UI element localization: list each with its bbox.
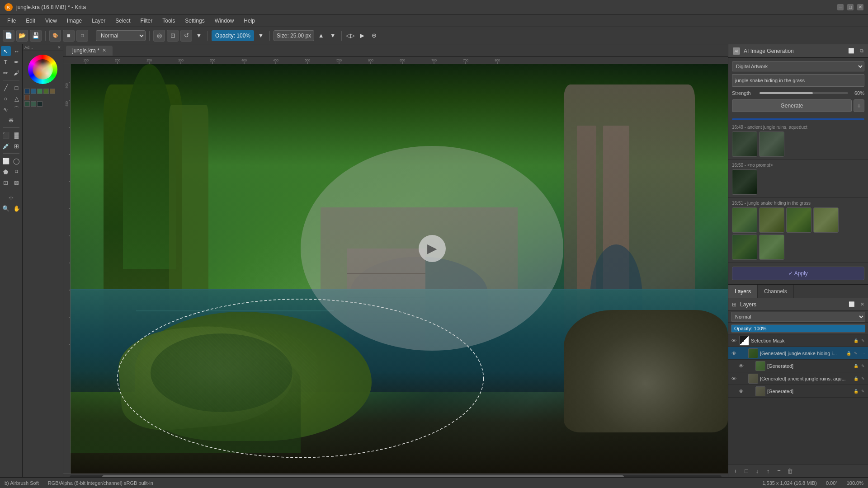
tool-path[interactable]: ⌒ xyxy=(12,104,22,114)
blend-mode-select[interactable]: Normal xyxy=(96,30,146,41)
h-scrollbar-thumb[interactable] xyxy=(102,475,624,478)
ai-add-button[interactable]: + xyxy=(854,99,864,112)
maximize-button[interactable]: □ xyxy=(847,4,854,10)
open-file-button[interactable]: 📂 xyxy=(16,30,28,42)
menu-layer[interactable]: Layer xyxy=(87,16,110,25)
tool-freehand[interactable]: ✏ xyxy=(1,68,11,78)
layer-selection-mask[interactable]: 👁 Selection Mask 🔒 ✎ xyxy=(728,334,868,347)
tool-brush[interactable]: 🖌 xyxy=(12,68,22,78)
layer-vis-generated-sub-1[interactable]: 👁 xyxy=(737,362,745,370)
menu-help[interactable]: Help xyxy=(239,16,259,25)
swatch-green[interactable] xyxy=(37,89,42,94)
tool-freehand-select[interactable]: ⌗ xyxy=(12,167,22,177)
swatch-dark-blue[interactable] xyxy=(24,89,30,94)
menu-file[interactable]: File xyxy=(3,16,20,25)
tool-polygon-select[interactable]: ⬟ xyxy=(1,167,11,177)
preserve-alpha-btn[interactable]: ⊡ xyxy=(167,30,179,42)
layer-edit-ruins[interactable]: ✎ xyxy=(860,375,866,382)
gen-thumb-dark-1[interactable] xyxy=(732,169,757,195)
layer-lock-generated-snake[interactable]: 🔒 xyxy=(845,350,852,357)
layer-lock-sub-2[interactable]: 🔒 xyxy=(853,388,859,394)
tool-zoom[interactable]: 🔍 xyxy=(1,203,11,213)
layer-edit-sub-2[interactable]: ✎ xyxy=(860,388,866,394)
tool-polygon[interactable]: △ xyxy=(12,94,22,103)
tool-text[interactable]: T xyxy=(1,57,11,67)
swatch-dark-teal[interactable] xyxy=(24,101,30,107)
layer-generated-sub-2[interactable]: 👁 [Generated] 🔒 ✎ xyxy=(728,385,868,398)
tool-select[interactable]: ↖ xyxy=(1,46,11,56)
tool-fill[interactable]: ⬛ xyxy=(1,130,11,140)
menu-filter[interactable]: Filter xyxy=(136,16,157,25)
minimize-button[interactable]: ─ xyxy=(837,4,844,10)
canvas-tab-close[interactable]: ✕ xyxy=(102,47,106,53)
swatch-brown[interactable] xyxy=(50,89,55,94)
tool-similar-select[interactable]: ⊠ xyxy=(12,178,22,188)
color-wheel[interactable] xyxy=(28,55,57,84)
swatch-darkest[interactable] xyxy=(37,101,42,107)
tool-transform[interactable]: ↔ xyxy=(12,46,22,56)
layer-merge-button[interactable]: = xyxy=(774,467,783,476)
canvas-image[interactable]: ▶ xyxy=(71,64,728,474)
tool-pan[interactable]: ✋ xyxy=(12,203,22,213)
bg-color-btn[interactable]: □ xyxy=(76,30,88,42)
menu-window[interactable]: Window xyxy=(210,16,239,25)
layer-move-down-button[interactable]: ↓ xyxy=(753,467,762,476)
tool-line[interactable]: ╱ xyxy=(1,83,11,93)
video-overlay[interactable]: ▶ xyxy=(301,146,564,351)
fg-bg-color-btn[interactable]: ■ xyxy=(63,30,75,42)
opacity-control[interactable]: Opacity: 100% xyxy=(212,30,254,41)
tool-contiguous-select[interactable]: ⊡ xyxy=(1,178,11,188)
tool-crop[interactable]: ⊹ xyxy=(6,192,16,202)
apply-button[interactable]: ✓ Apply xyxy=(732,267,864,280)
color-picker-btn[interactable]: 🎨 xyxy=(49,30,61,42)
tab-channels[interactable]: Channels xyxy=(758,285,794,298)
eraser-btn[interactable]: ◎ xyxy=(153,30,165,42)
menu-image[interactable]: Image xyxy=(62,16,86,25)
size-stepper-down[interactable]: ▼ xyxy=(328,31,338,41)
menu-view[interactable]: View xyxy=(41,16,61,25)
tool-bezier[interactable]: ∿ xyxy=(1,104,11,114)
tool-smart-patch[interactable]: ⊞ xyxy=(12,141,22,151)
gen-thumb-snake-4[interactable] xyxy=(813,207,839,233)
layer-edit-selection-mask[interactable]: ✎ xyxy=(860,338,866,344)
layer-more-generated-snake[interactable]: ⋯ xyxy=(860,350,866,357)
layer-duplicate-button[interactable]: □ xyxy=(742,467,751,476)
layer-lock-sub-1[interactable]: 🔒 xyxy=(853,363,859,369)
layers-panel-float[interactable]: ⬜ xyxy=(849,301,855,307)
ai-category-select[interactable]: Digital Artwork xyxy=(732,61,864,71)
layer-generated-ruins[interactable]: 👁 [Generated] ancient jungle ruins, aqu.… xyxy=(728,372,868,385)
swatch-blue[interactable] xyxy=(31,89,36,94)
ai-prompt-input[interactable] xyxy=(732,74,864,87)
tool-ellipse-select[interactable]: ◯ xyxy=(12,156,22,166)
layer-generated-sub-1[interactable]: 👁 [Generated] 🔒 ✎ xyxy=(728,360,868,372)
menu-edit[interactable]: Edit xyxy=(21,16,40,25)
size-control[interactable]: Size: 25.00 px xyxy=(274,30,314,41)
mirror-btn[interactable]: ⊕ xyxy=(369,31,379,41)
menu-select[interactable]: Select xyxy=(111,16,135,25)
swatch-olive[interactable] xyxy=(43,89,49,94)
colors-panel-close[interactable]: ✕ xyxy=(57,45,61,50)
layer-edit-sub-1[interactable]: ✎ xyxy=(860,363,866,369)
layer-generated-snake[interactable]: 👁 [Generated] jungle snake hiding i... 🔒… xyxy=(728,347,868,360)
ai-panel-detach[interactable]: ⧉ xyxy=(860,48,863,54)
tool-gradient[interactable]: ▓ xyxy=(12,130,22,140)
ai-panel-expand[interactable]: ⬜ xyxy=(848,48,854,54)
tool-eyedropper[interactable]: 💉 xyxy=(1,141,11,151)
save-file-button[interactable]: 💾 xyxy=(30,30,42,42)
gen-thumb-snake-3[interactable] xyxy=(786,207,811,233)
ai-generate-button[interactable]: Generate xyxy=(732,99,852,112)
layer-lock-ruins[interactable]: 🔒 xyxy=(853,375,859,382)
new-file-button[interactable]: 📄 xyxy=(3,30,14,42)
close-button[interactable]: ✕ xyxy=(857,4,863,10)
layer-delete-button[interactable]: 🗑 xyxy=(785,467,794,476)
layer-vis-generated-ruins[interactable]: 👁 xyxy=(730,375,737,382)
tab-layers[interactable]: Layers xyxy=(728,285,758,298)
gen-thumb-snake-5[interactable] xyxy=(732,235,757,260)
tool-circle[interactable]: ○ xyxy=(1,94,11,103)
gen-thumb-snake-6[interactable] xyxy=(759,235,784,260)
brush-direction-btn[interactable]: ◁▷ xyxy=(345,31,355,41)
gen-thumb-snake-2[interactable] xyxy=(759,207,784,233)
size-stepper-up[interactable]: ▲ xyxy=(316,31,326,41)
opacity-dropdown[interactable]: ▼ xyxy=(256,31,266,41)
layer-move-up-button[interactable]: ↑ xyxy=(764,467,773,476)
